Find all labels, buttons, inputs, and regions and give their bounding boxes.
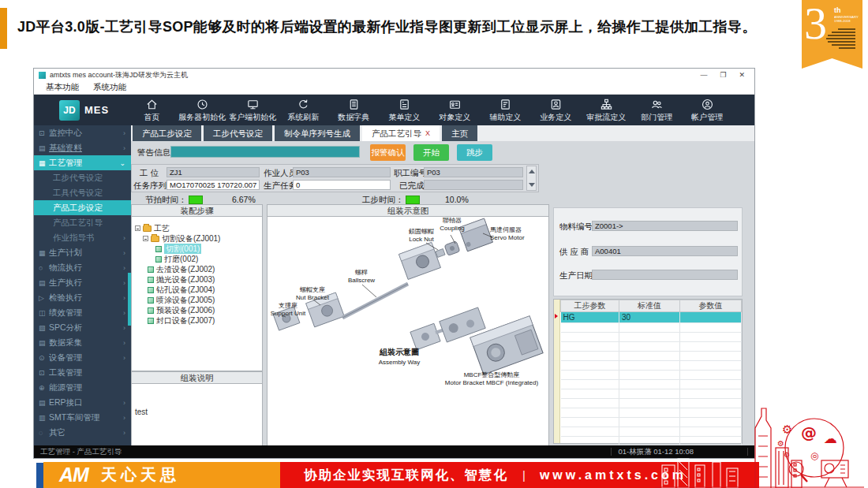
- table-row-empty: [561, 427, 742, 437]
- sidebar-item-logistics-exec[interactable]: ○物流执行›: [34, 260, 131, 275]
- minimize-button[interactable]: —: [700, 71, 707, 79]
- tree-node-group[interactable]: 切割设备(ZJ001): [132, 233, 262, 244]
- table-row-empty: [561, 437, 742, 446]
- table-row-empty: [561, 342, 742, 352]
- toolbar-home[interactable]: 首页: [126, 98, 177, 123]
- tab-order-serial-generate[interactable]: 制令单序列号生成: [275, 125, 360, 141]
- sidebar-item-production-exec[interactable]: ▤生产执行›: [34, 275, 131, 290]
- sidebar-item-equipment-mgmt[interactable]: ⊙设备管理›: [34, 350, 131, 365]
- operator-field[interactable]: P03: [293, 167, 391, 177]
- menu-basic-functions[interactable]: 基本功能: [39, 82, 86, 93]
- toolbar-approval-flow-define[interactable]: 审批流定义: [581, 98, 631, 123]
- diagram-label-ballscrew: 螺桿Ballscrew: [337, 269, 386, 284]
- sidebar-item-data-collection[interactable]: ▤数据采集›: [34, 335, 131, 350]
- sidebar-item-smt-workshop[interactable]: ▥SMT车间管理›: [34, 410, 131, 425]
- footer-tagline-block: 协助企业实现互联网化、智慧化 | www.amtxts.com: [280, 462, 759, 488]
- chevron-right-icon: ›: [123, 264, 125, 272]
- toolbar-server-init[interactable]: 服务器初始化: [177, 98, 227, 123]
- tree-node-step[interactable]: 预装设备(ZJ006): [132, 305, 262, 315]
- task-field[interactable]: 0: [293, 180, 391, 190]
- window-titlebar: amtxts mes account-珠海JD研发华为云主机 — ❐ ✕: [34, 69, 754, 81]
- toolbar-aux-define[interactable]: 辅助定义: [480, 98, 530, 123]
- skip-step-button[interactable]: 跳步: [457, 144, 492, 161]
- tab-product-step-setting[interactable]: 产品工步设定: [133, 125, 201, 141]
- station-field[interactable]: ZJ1: [166, 167, 260, 177]
- sidebar-item-monitoring-center[interactable]: ⊡监控中心›: [34, 125, 131, 140]
- collapse-icon[interactable]: [135, 225, 140, 231]
- toolbar-system-refresh[interactable]: 系统刷新: [278, 98, 328, 123]
- alarm-ack-button[interactable]: 报警确认: [370, 144, 406, 161]
- tree-node-step[interactable]: 封口设备(ZJ007): [132, 315, 262, 326]
- col-standard-value[interactable]: 标准值: [619, 300, 680, 312]
- supplier-field[interactable]: A00401: [592, 246, 738, 256]
- toolbar-menu-define[interactable]: 菜单定义: [379, 98, 429, 123]
- gear-icon: ⚙: [777, 439, 784, 448]
- tree-node-step[interactable]: 钻孔设备(ZJ004): [132, 285, 262, 295]
- sidebar-item-energy-mgmt[interactable]: ⊕能源管理: [34, 380, 131, 395]
- menu-system-functions[interactable]: 系统功能: [86, 82, 133, 93]
- material-field[interactable]: Z0001->: [592, 221, 738, 231]
- current-row-marker-icon: [555, 314, 558, 319]
- sidebar-item-product-step-setting[interactable]: 产品工步设定: [34, 200, 131, 215]
- maximize-button[interactable]: ❐: [720, 71, 726, 79]
- sidebar-item-basic-data[interactable]: ▤基础资料›: [34, 140, 131, 155]
- sidebar-item-spc-analysis[interactable]: ▧SPC分析›: [34, 320, 131, 335]
- step-icon: [148, 277, 154, 283]
- step-icon: [155, 246, 162, 252]
- col-param-value[interactable]: 参数值: [680, 300, 742, 312]
- diagram-label-support-unit: 支撐座Support Unit: [268, 302, 309, 317]
- close-button[interactable]: ✕: [739, 71, 745, 79]
- production-date-field[interactable]: [592, 270, 738, 280]
- assembly-notes-panel[interactable]: test: [131, 384, 263, 447]
- table-row-empty: [561, 352, 742, 361]
- sidebar-item-work-instruction[interactable]: 作业指导书›: [34, 230, 131, 245]
- slide-accent-bar: [0, 8, 7, 49]
- tab-home[interactable]: 主页: [442, 125, 477, 141]
- sidebar-item-erp-interface[interactable]: ▤ERP接口›: [34, 395, 131, 410]
- sidebar-item-step-code-setting[interactable]: 工步代号设定: [34, 170, 131, 185]
- chevron-right-icon: ›: [123, 429, 125, 437]
- sidebar-item-production-plan[interactable]: ▦生产计划›: [34, 245, 131, 260]
- sidebar-item-tooling-mgmt[interactable]: ⊡工装管理: [34, 365, 131, 380]
- tab-close-icon[interactable]: X: [425, 129, 430, 137]
- target-icon: ◎: [810, 450, 818, 461]
- tree-node-step[interactable]: 抛光设备(ZJ003): [132, 274, 262, 285]
- toolbar-business-define[interactable]: 业务定义: [530, 98, 581, 123]
- production-date-label: 生产日期: [559, 270, 593, 281]
- diagram-label-nut-bracket: 螺帽支座Nut Bracket: [285, 286, 340, 301]
- tree-node-selected[interactable]: 切割(001): [132, 244, 262, 254]
- sidebar-item-performance-mgmt[interactable]: ◫绩效管理›: [34, 305, 131, 320]
- scroll-up-icon[interactable]: [529, 169, 535, 173]
- collapse-icon[interactable]: [143, 236, 148, 241]
- sidebar-item-others[interactable]: ◌其它›: [34, 425, 131, 440]
- done-field[interactable]: [424, 180, 523, 190]
- tab-step-code-setting[interactable]: 工步代号设定: [204, 125, 272, 141]
- toolbar-object-define[interactable]: 对象定义: [429, 98, 480, 123]
- tree-node-root[interactable]: 工艺: [132, 223, 262, 233]
- employee-field[interactable]: P03: [424, 167, 523, 177]
- toolbar-account-mgmt[interactable]: 帐户管理: [682, 98, 732, 123]
- sidebar-item-product-process-guide[interactable]: 产品工艺引导: [34, 215, 131, 230]
- sidebar-item-inspection-exec[interactable]: ▷检验执行›: [34, 290, 131, 305]
- task-sn-field[interactable]: MO17070025 170720.007: [166, 180, 260, 190]
- start-button[interactable]: 开始: [413, 144, 449, 161]
- form-scroll-spinner[interactable]: [526, 166, 537, 191]
- slide: JD平台3.0版-工艺引导SOP能够及时的将后端设置的最新作业指导图更新到工位显…: [0, 0, 868, 488]
- sidebar-item-tool-code-setting[interactable]: 工具代号设定: [34, 185, 131, 200]
- toolbar-data-dictionary[interactable]: 数据字典: [328, 98, 379, 123]
- table-row-selected[interactable]: HG 30: [561, 312, 742, 323]
- toolbar-department-mgmt[interactable]: 部门管理: [631, 98, 682, 123]
- col-step-param[interactable]: 工步参数: [561, 300, 619, 312]
- step-icon: [148, 307, 154, 314]
- diagram-label-assembly-way: 組裝示意圖Assembly Way: [356, 348, 443, 367]
- sidebar-item-process-mgmt[interactable]: ▦工艺管理⌄: [34, 155, 131, 170]
- takt-indicator: [189, 196, 203, 204]
- scroll-down-icon[interactable]: [529, 183, 535, 187]
- tree-node-step[interactable]: 打磨(002): [132, 254, 262, 264]
- energy-icon: ⊕: [39, 384, 49, 392]
- tree-node-step[interactable]: 喷涂设备(ZJ005): [132, 295, 262, 305]
- gear-icon: ⚙: [782, 423, 792, 437]
- toolbar-client-init[interactable]: 客户端初始化: [227, 98, 278, 123]
- tab-product-process-guide[interactable]: 产品工艺引导X: [362, 125, 440, 141]
- tree-node-step[interactable]: 去渣设备(ZJ002): [132, 264, 262, 274]
